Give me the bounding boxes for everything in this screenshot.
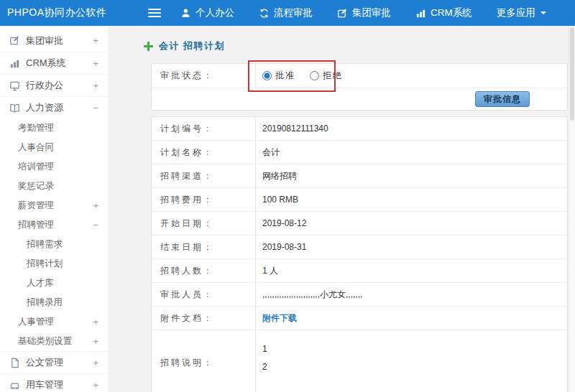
expand-toggle[interactable]: − xyxy=(90,220,98,230)
row-label: 招聘渠道： xyxy=(152,164,256,187)
sidebar-item-reward-punishment-records[interactable]: 奖惩记录 xyxy=(0,177,108,196)
status-row: 审批状态： 批准 拒绝 xyxy=(152,64,567,88)
row-value: 20190812111340 xyxy=(256,117,567,140)
sidebar-item-label: 行政办公 xyxy=(26,79,63,92)
page-title-row: 会计 招聘计划 xyxy=(144,39,575,53)
expand-toggle[interactable]: + xyxy=(90,380,98,391)
sidebar-item-label: 公文管理 xyxy=(26,356,63,369)
sidebar-item-training-management[interactable]: 培训管理 xyxy=(0,157,108,177)
row-value: 1 2 xyxy=(256,330,567,392)
sidebar-item-recruitment-hiring[interactable]: 招聘录用 xyxy=(0,293,108,312)
sidebar-item-personnel-management[interactable]: 人事管理 + xyxy=(0,312,108,332)
sidebar-item-label: 人才库 xyxy=(27,277,54,289)
row-start-date: 开始日期： 2019-08-12 xyxy=(152,212,567,235)
sidebar-item-label: 人力资源 xyxy=(26,101,63,114)
approval-info-button[interactable]: 审批信息 xyxy=(475,91,530,107)
reject-radio[interactable] xyxy=(310,71,319,80)
sidebar-item-human-resources[interactable]: 人力资源 − xyxy=(0,96,108,118)
sidebar-item-label: 薪资管理 xyxy=(18,200,54,212)
row-value: ,,,,,,,,,,,,,,,,,,,,,,,,小尤女,,,,,,, xyxy=(256,283,567,306)
row-description: 招聘说明： 1 2 xyxy=(152,330,567,392)
approve-radio[interactable] xyxy=(262,71,272,80)
description-line: 1 xyxy=(262,340,267,358)
row-label: 开始日期： xyxy=(152,212,256,235)
row-headcount: 招聘人数： 1 人 xyxy=(152,259,567,283)
nav-more-apps[interactable]: 更多应用 xyxy=(484,0,559,26)
caret-down-icon xyxy=(540,9,547,17)
approval-status-panel: 审批状态： 批准 拒绝 审批信息 xyxy=(151,63,568,111)
expand-toggle[interactable]: + xyxy=(90,58,98,69)
nav-label: 更多应用 xyxy=(497,6,535,19)
car-icon xyxy=(9,380,20,391)
flow-icon xyxy=(259,8,270,19)
sidebar-item-vehicle-management[interactable]: 用车管理 + xyxy=(0,373,108,392)
radio-label[interactable]: 拒绝 xyxy=(323,70,343,82)
sidebar-item-recruitment-demand[interactable]: 招聘需求 xyxy=(0,235,108,254)
sidebar-item-label: CRM系统 xyxy=(26,57,66,70)
row-label: 附件文档： xyxy=(152,307,256,330)
expand-toggle[interactable]: + xyxy=(90,80,98,91)
sidebar-item-crm-system[interactable]: CRM系统 + xyxy=(0,52,108,74)
row-value: 2019-08-31 xyxy=(256,235,567,258)
row-label: 审批状态： xyxy=(152,64,256,88)
row-label: 招聘费用： xyxy=(152,188,256,211)
main-content: 会计 招聘计划 审批状态： 批准 拒绝 审批信息 计划编号： 201908121… xyxy=(108,26,575,392)
sidebar-item-label: 基础类别设置 xyxy=(18,335,72,347)
sidebar-item-basic-category-settings[interactable]: 基础类别设置 + xyxy=(0,332,108,351)
row-label: 招聘说明： xyxy=(152,330,256,392)
sidebar-item-label: 招聘管理 xyxy=(18,219,54,231)
nav-group-approval[interactable]: 集团审批 xyxy=(325,0,403,26)
row-value: 1 人 xyxy=(256,259,567,282)
expand-toggle[interactable]: + xyxy=(90,35,98,46)
row-recruit-channel: 招聘渠道： 网络招聘 xyxy=(152,164,567,188)
sidebar-item-admin-office[interactable]: 行政办公 + xyxy=(0,74,108,96)
row-label: 招聘人数： xyxy=(152,259,256,282)
attachment-download-link[interactable]: 附件下载 xyxy=(262,312,297,325)
row-recruit-cost: 招聘费用： 100 RMB xyxy=(152,188,567,212)
add-icon xyxy=(144,42,153,51)
nav-workflow-approval[interactable]: 流程审批 xyxy=(247,0,325,26)
expand-toggle[interactable]: + xyxy=(90,200,98,211)
approve-radio-option[interactable]: 批准 xyxy=(262,70,295,82)
nav-crm-system[interactable]: CRM系统 xyxy=(403,0,484,26)
sidebar-item-personnel-contract[interactable]: 人事合同 xyxy=(0,138,108,157)
scrollbar-track[interactable] xyxy=(569,26,575,392)
row-plan-name: 计划名称： 会计 xyxy=(152,141,567,164)
nav-personal-office[interactable]: 个人办公 xyxy=(168,0,247,26)
scrollbar-thumb[interactable] xyxy=(570,27,574,121)
edit-icon xyxy=(9,35,20,46)
office-icon xyxy=(9,80,20,91)
sidebar-item-label: 用车管理 xyxy=(26,378,63,391)
expand-toggle[interactable]: + xyxy=(90,317,98,327)
nav-label: 流程审批 xyxy=(274,6,313,19)
sidebar-item-attendance-management[interactable]: 考勤管理 xyxy=(0,118,108,138)
row-value: 网络招聘 xyxy=(256,164,567,187)
status-options: 批准 拒绝 xyxy=(256,64,567,88)
row-value: 2019-08-12 xyxy=(256,212,567,235)
hamburger-menu-icon[interactable] xyxy=(145,5,164,21)
book-icon xyxy=(9,103,20,113)
sidebar-item-label: 招聘录用 xyxy=(27,297,63,309)
expand-toggle[interactable]: − xyxy=(90,103,98,113)
reject-radio-option[interactable]: 拒绝 xyxy=(310,70,343,82)
app-logo: PHPOA协同办公软件 xyxy=(0,6,108,19)
row-label: 审批人员： xyxy=(152,283,256,306)
sidebar-item-group-approval[interactable]: 集团审批 + xyxy=(0,29,108,52)
sidebar-item-label: 人事管理 xyxy=(18,316,54,328)
radio-label[interactable]: 批准 xyxy=(275,70,295,82)
doc-icon xyxy=(9,358,20,368)
sidebar-item-recruitment-plan[interactable]: 招聘计划 xyxy=(0,254,108,274)
topbar: PHPOA协同办公软件 个人办公 流程审批 集团审批 CRM系统 xyxy=(0,0,575,26)
row-label: 计划名称： xyxy=(152,141,256,164)
expand-toggle[interactable]: + xyxy=(90,358,98,368)
description-line: 2 xyxy=(262,358,267,376)
row-end-date: 结束日期： 2019-08-31 xyxy=(152,235,567,259)
nav-label: 集团审批 xyxy=(352,6,391,19)
sidebar-item-salary-management[interactable]: 薪资管理 + xyxy=(0,196,108,215)
expand-toggle[interactable]: + xyxy=(90,336,98,347)
row-plan-number: 计划编号： 20190812111340 xyxy=(152,117,567,141)
sidebar-item-document-management[interactable]: 公文管理 + xyxy=(0,351,108,373)
sidebar-item-label: 奖惩记录 xyxy=(18,180,54,192)
sidebar-item-talent-pool[interactable]: 人才库 xyxy=(0,274,108,293)
sidebar-item-recruitment-management[interactable]: 招聘管理 − xyxy=(0,215,108,235)
